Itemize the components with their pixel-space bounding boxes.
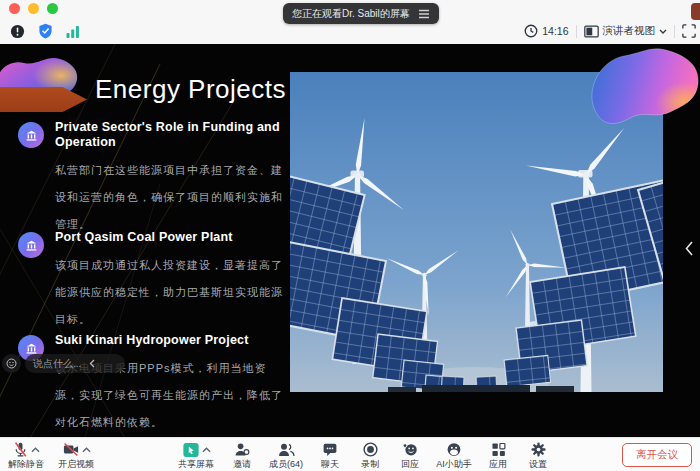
meeting-statusbar: 14:16 演讲者视图 <box>0 18 700 44</box>
start-video-label: 开启视频 <box>58 459 94 469</box>
reactions-label: 回应 <box>401 459 419 469</box>
ai-assistant-icon <box>445 441 463 458</box>
meeting-time: 14:16 <box>542 25 568 37</box>
chat-input-placeholder: 说点什么... <box>33 357 81 371</box>
emoji-button[interactable] <box>2 354 21 373</box>
settings-label: 设置 <box>529 459 547 469</box>
record-icon <box>362 441 379 458</box>
chat-input[interactable]: 说点什么... <box>25 354 125 373</box>
hamburger-icon[interactable] <box>418 9 430 19</box>
window-chrome: 您正在观看Dr. Sabil的屏幕 <box>0 0 700 44</box>
share-screen-icon <box>182 442 200 458</box>
shield-check-icon[interactable] <box>38 23 53 39</box>
video-options-chevron-icon[interactable] <box>82 447 91 453</box>
record-button[interactable]: 录制 <box>352 440 388 469</box>
reactions-button[interactable]: 回应 <box>392 440 428 469</box>
slide-bullet-suki-kinari: Suki Kinari Hydropower Project 该水电项目采用PP… <box>18 333 290 436</box>
invite-person-icon <box>233 441 251 458</box>
apps-grid-icon <box>490 441 507 458</box>
view-mode-label: 演讲者视图 <box>603 24 656 38</box>
reaction-smiley-icon <box>401 441 419 458</box>
close-window-button[interactable] <box>9 3 20 14</box>
slide-title: Energy Projects <box>95 74 286 105</box>
leave-meeting-label: 离开会议 <box>636 448 678 462</box>
collapse-chevron-icon[interactable] <box>89 359 95 368</box>
chevron-down-icon <box>659 29 667 34</box>
members-label: 成员(64) <box>269 459 303 469</box>
slide-bullet-private-sector: Private Sector's Role in Funding and Ope… <box>18 120 290 238</box>
view-mode-button[interactable]: 演讲者视图 <box>584 24 668 38</box>
apps-label: 应用 <box>489 459 507 469</box>
chat-quick-bar: 说点什么... <box>2 354 125 373</box>
ai-assistant-button[interactable]: AI小助手 <box>432 440 476 469</box>
record-label: 录制 <box>361 459 379 469</box>
bullet-body: 该项目成功通过私人投资建设，显著提高了能源供应的稳定性，助力巴基斯坦实现能源目标… <box>55 252 290 333</box>
gear-icon <box>530 441 547 458</box>
mic-options-chevron-icon[interactable] <box>31 447 40 453</box>
info-icon[interactable] <box>10 24 25 39</box>
apps-button[interactable]: 应用 <box>480 440 516 469</box>
minimize-window-button[interactable] <box>28 3 39 14</box>
settings-button[interactable]: 设置 <box>520 440 556 469</box>
bullet-body: 私营部门在这些能源项目中承担了资金、建设和运营的角色，确保了项目的顺利实施和管理… <box>55 157 290 238</box>
shared-screen-stage: Energy Projects Private Sector's Role in… <box>0 44 700 438</box>
mic-muted-icon <box>12 441 29 458</box>
members-button[interactable]: 成员(64) <box>264 440 308 469</box>
unmute-button[interactable]: 解除静音 <box>2 440 50 469</box>
chat-label: 聊天 <box>321 459 339 469</box>
invite-label: 邀请 <box>233 459 251 469</box>
bank-building-icon <box>18 122 44 148</box>
bullet-heading: Suki Kinari Hydropower Project <box>55 333 290 348</box>
panel-toggle-chevron-icon[interactable] <box>684 240 694 257</box>
bullet-heading: Port Qasim Coal Power Plant <box>55 230 290 245</box>
fullscreen-icon[interactable] <box>682 24 696 38</box>
speaker-view-layout-icon <box>584 25 599 38</box>
members-icon <box>277 441 296 458</box>
chat-bubble-icon <box>321 441 339 458</box>
smiley-icon <box>6 358 17 369</box>
start-video-button[interactable]: 开启视频 <box>52 440 100 469</box>
zoom-window-button[interactable] <box>47 3 58 14</box>
leave-meeting-button[interactable]: 离开会议 <box>622 443 692 467</box>
share-screen-button[interactable]: 共享屏幕 <box>172 440 220 469</box>
bullet-heading: Private Sector's Role in Funding and Ope… <box>55 120 290 150</box>
divider <box>576 25 577 38</box>
unmute-label: 解除静音 <box>8 459 44 469</box>
chat-button[interactable]: 聊天 <box>312 440 348 469</box>
network-signal-icon[interactable] <box>66 25 80 38</box>
ai-assistant-label: AI小助手 <box>436 459 472 469</box>
share-options-chevron-icon[interactable] <box>202 447 211 453</box>
divider <box>674 25 675 38</box>
slide-blob-top-right <box>584 46 700 138</box>
slide-bullet-port-qasim: Port Qasim Coal Power Plant 该项目成功通过私人投资建… <box>18 230 290 333</box>
meeting-duration: 14:16 <box>524 24 568 38</box>
bank-building-icon <box>18 232 44 258</box>
meeting-toolbar: 解除静音 开启视频 <box>0 437 700 471</box>
camera-off-icon <box>62 441 80 458</box>
share-screen-label: 共享屏幕 <box>178 459 214 469</box>
clock-icon <box>524 24 538 38</box>
invite-button[interactable]: 邀请 <box>224 440 260 469</box>
